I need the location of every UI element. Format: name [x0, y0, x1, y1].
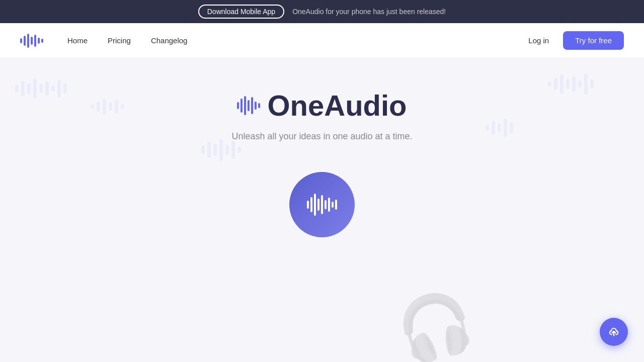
audio-circle-waveform: [307, 196, 337, 214]
announcement-bar: Download Mobile App OneAudio for your ph…: [0, 0, 644, 23]
logo-icon: [20, 32, 43, 50]
nav-link-pricing[interactable]: Pricing: [99, 32, 140, 49]
navbar: Home Pricing Changelog Log in Try for fr…: [0, 23, 644, 58]
main-content: OneAudio Unleash all your ideas in one a…: [0, 58, 644, 362]
upload-icon: [607, 325, 620, 338]
fab-upload-button[interactable]: [600, 318, 628, 346]
login-button[interactable]: Log in: [522, 32, 555, 49]
logo[interactable]: [20, 32, 43, 50]
nav-links: Home Pricing Changelog: [58, 32, 522, 49]
try-for-free-button[interactable]: Try for free: [563, 31, 624, 50]
audio-circle-icon: [289, 172, 355, 237]
nav-actions: Log in Try for free: [522, 31, 624, 50]
hero-title: OneAudio: [237, 88, 407, 122]
nav-link-home[interactable]: Home: [58, 32, 97, 49]
announcement-text: OneAudio for your phone has just been re…: [292, 8, 446, 16]
download-mobile-app-button[interactable]: Download Mobile App: [198, 5, 284, 19]
hero-logo-icon: [237, 97, 260, 115]
headphone-decoration: 🎧: [389, 283, 480, 362]
hero-title-text: OneAudio: [267, 88, 407, 122]
nav-link-changelog[interactable]: Changelog: [142, 32, 197, 49]
hero-subtitle: Unleash all your ideas in one audio at a…: [231, 131, 412, 142]
hero-section: OneAudio Unleash all your ideas in one a…: [0, 58, 644, 247]
